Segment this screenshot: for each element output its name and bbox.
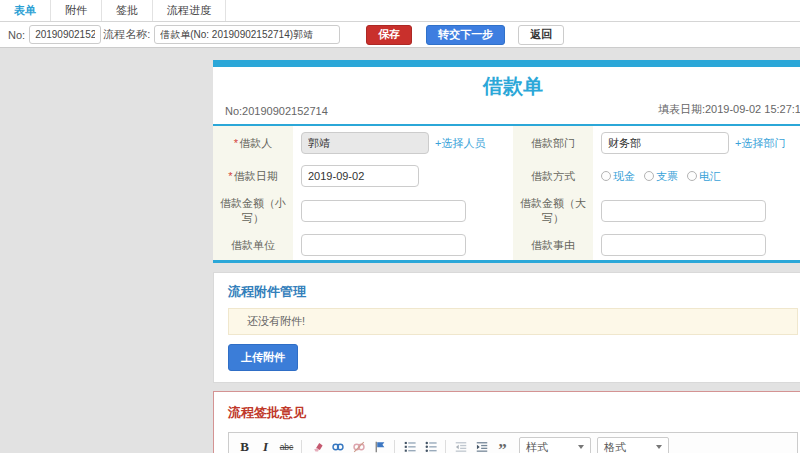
tab-bar: 表单 附件 签批 流程进度	[0, 0, 800, 22]
form-fill-date: 填表日期:2019-09-02 15:27:1	[658, 102, 800, 117]
amount-upper-row: 借款金额（大写）	[513, 192, 800, 230]
select-person-link[interactable]: +选择人员	[435, 136, 485, 151]
amount-upper-label: 借款金额（大写）	[513, 192, 593, 230]
back-button[interactable]: 返回	[518, 25, 564, 45]
amount-upper-input[interactable]	[601, 200, 766, 222]
form-title: 借款单	[213, 67, 800, 99]
loan-date-row: *借款日期	[213, 160, 513, 192]
loan-unit-input[interactable]	[301, 234, 466, 256]
loan-method-label: 借款方式	[513, 160, 593, 192]
content-area: 借款单 No:20190902152714 填表日期:2019-09-02 15…	[0, 48, 800, 453]
form-doc-no: No:20190902152714	[225, 105, 328, 117]
upload-attachment-button[interactable]: 上传附件	[228, 344, 298, 371]
anchor-flag-icon[interactable]	[370, 438, 389, 453]
unlink-icon[interactable]	[349, 438, 368, 453]
approval-header: 流程签批意见	[214, 392, 800, 432]
loan-reason-input[interactable]	[601, 234, 766, 256]
radio-check[interactable]: 支票	[644, 169, 678, 184]
tab-attachment[interactable]: 附件	[51, 0, 102, 21]
tab-form[interactable]: 表单	[0, 0, 51, 21]
loan-unit-label: 借款单位	[213, 230, 293, 260]
remove-format-icon[interactable]	[307, 438, 326, 453]
radio-icon[interactable]	[644, 171, 654, 181]
department-row: 借款部门 +选择部门	[513, 126, 800, 160]
loan-method-radio-group: 现金 支票 电汇	[601, 169, 721, 184]
form-grid: *借款人 +选择人员 *借款日期 借款金额（小写）	[213, 124, 800, 263]
department-label: 借款部门	[513, 126, 593, 160]
no-label: No:	[8, 29, 25, 41]
attachment-header: 流程附件管理	[214, 273, 800, 308]
format-dropdown[interactable]: 格式	[597, 437, 669, 453]
radio-icon[interactable]	[687, 171, 697, 181]
tab-process-progress[interactable]: 流程进度	[153, 0, 226, 21]
editor-toolbar: B I abc	[229, 433, 797, 453]
borrower-input[interactable]	[301, 132, 429, 154]
outdent-icon[interactable]	[451, 438, 470, 453]
style-dropdown[interactable]: 样式	[519, 437, 591, 453]
approval-panel: 流程签批意见 B I abc	[213, 391, 800, 453]
amount-lower-input[interactable]	[301, 200, 466, 222]
numbered-list-icon[interactable]	[400, 438, 419, 453]
form-meta-row: No:20190902152714 填表日期:2019-09-02 15:27:…	[213, 99, 800, 124]
action-toolbar: No: 流程名称: 保存 转交下一步 返回	[0, 22, 800, 48]
tab-sign[interactable]: 签批	[102, 0, 153, 21]
process-name-input[interactable]	[154, 25, 340, 44]
select-department-link[interactable]: +选择部门	[735, 136, 785, 151]
loan-reason-label: 借款事由	[513, 230, 593, 260]
strikethrough-icon[interactable]: abc	[277, 438, 296, 453]
no-attachment-message: 还没有附件!	[228, 308, 798, 335]
radio-wire[interactable]: 电汇	[687, 169, 721, 184]
save-button[interactable]: 保存	[366, 25, 412, 45]
amount-lower-row: 借款金额（小写）	[213, 192, 513, 230]
attachment-panel: 流程附件管理 还没有附件! 上传附件	[213, 272, 800, 383]
chevron-down-icon	[578, 445, 584, 449]
panel-column: 借款单 No:20190902152714 填表日期:2019-09-02 15…	[213, 48, 800, 453]
rich-text-editor: B I abc	[228, 432, 798, 453]
toolbar-separator	[445, 440, 446, 453]
loan-form-panel: 借款单 No:20190902152714 填表日期:2019-09-02 15…	[213, 60, 800, 263]
borrower-row: *借款人 +选择人员	[213, 126, 513, 160]
link-icon[interactable]	[328, 438, 347, 453]
indent-icon[interactable]	[472, 438, 491, 453]
toolbar-separator	[301, 440, 302, 453]
form-right-column: 借款部门 +选择部门 借款方式 现金	[513, 126, 800, 260]
bulleted-list-icon[interactable]	[421, 438, 440, 453]
no-input[interactable]	[29, 25, 101, 44]
loan-date-input[interactable]	[301, 165, 419, 187]
amount-lower-label: 借款金额（小写）	[213, 192, 293, 230]
loan-unit-row: 借款单位	[213, 230, 513, 260]
next-step-button[interactable]: 转交下一步	[426, 25, 505, 45]
chevron-down-icon	[656, 445, 662, 449]
process-name-label: 流程名称:	[103, 27, 150, 42]
loan-reason-row: 借款事由	[513, 230, 800, 260]
borrower-label: *借款人	[213, 126, 293, 160]
italic-icon[interactable]: I	[256, 438, 275, 453]
radio-icon[interactable]	[601, 171, 611, 181]
bold-icon[interactable]: B	[235, 438, 254, 453]
loan-date-label: *借款日期	[213, 160, 293, 192]
required-mark: *	[228, 169, 232, 184]
department-input[interactable]	[601, 132, 729, 154]
loan-method-row: 借款方式 现金 支票	[513, 160, 800, 192]
radio-cash[interactable]: 现金	[601, 169, 635, 184]
blockquote-icon[interactable]: ”	[493, 438, 512, 453]
panel-accent-bar	[213, 60, 800, 67]
required-mark: *	[234, 136, 238, 151]
form-left-column: *借款人 +选择人员 *借款日期 借款金额（小写）	[213, 126, 513, 260]
toolbar-separator	[394, 440, 395, 453]
